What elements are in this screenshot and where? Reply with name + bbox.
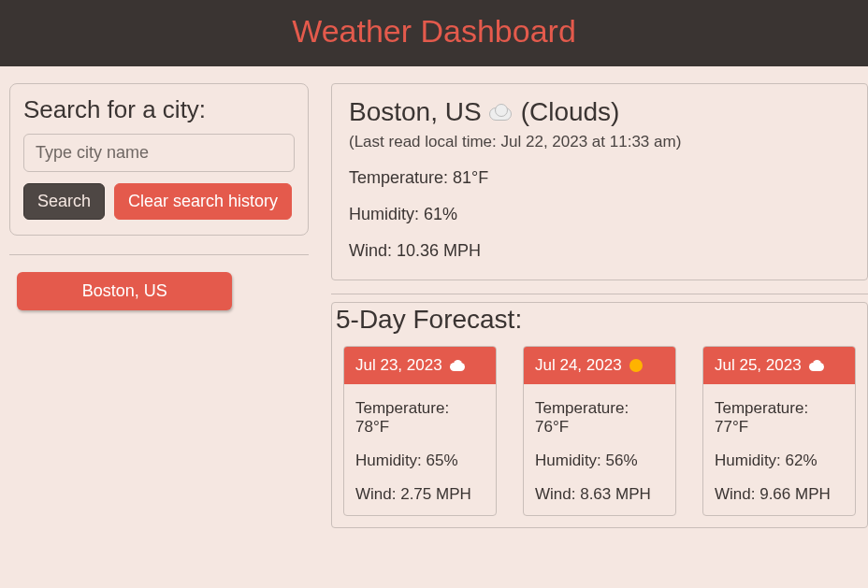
forecast-day-body: Temperature: 78°F Humidity: 65% Wind: 2.… — [344, 384, 496, 515]
forecast-row: Jul 23, 2023 Temperature: 78°F Humidity:… — [332, 346, 867, 527]
forecast-day-body: Temperature: 77°F Humidity: 62% Wind: 9.… — [703, 384, 855, 515]
forecast-day-body: Temperature: 76°F Humidity: 56% Wind: 8.… — [524, 384, 675, 515]
forecast-day-card: Jul 24, 2023 Temperature: 76°F Humidity:… — [523, 346, 676, 516]
forecast-temperature: Temperature: 77°F — [715, 399, 844, 437]
search-button[interactable]: Search — [23, 183, 105, 220]
forecast-humidity: Humidity: 56% — [535, 452, 664, 470]
search-title: Search for a city: — [23, 95, 295, 124]
cloud-icon — [809, 360, 826, 371]
forecast-humidity: Humidity: 65% — [355, 452, 485, 470]
forecast-card: 5-Day Forecast: Jul 23, 2023 Temperature… — [331, 302, 868, 528]
cloud-icon — [489, 104, 514, 121]
current-wind: Wind: 10.36 MPH — [349, 241, 850, 261]
forecast-day-header: Jul 25, 2023 — [703, 347, 855, 384]
sun-icon — [629, 359, 643, 372]
search-card: Search for a city: Search Clear search h… — [9, 83, 309, 236]
forecast-day-header: Jul 24, 2023 — [524, 347, 675, 384]
forecast-wind: Wind: 2.75 MPH — [355, 485, 485, 504]
sidebar-divider — [9, 254, 309, 255]
search-buttons: Search Clear search history — [23, 183, 295, 220]
current-city-line: Boston, US (Clouds) — [349, 97, 850, 127]
main-divider — [331, 294, 868, 294]
last-read-time: (Last read local time: Jul 22, 2023 at 1… — [349, 133, 850, 151]
forecast-day-card: Jul 23, 2023 Temperature: 78°F Humidity:… — [343, 346, 497, 516]
main-content: Boston, US (Clouds) (Last read local tim… — [331, 83, 868, 541]
forecast-title: 5-Day Forecast: — [336, 305, 867, 335]
history-item[interactable]: Boston, US — [17, 272, 232, 310]
forecast-temperature: Temperature: 76°F — [535, 399, 664, 437]
app-header: Weather Dashboard — [0, 0, 868, 66]
forecast-wind: Wind: 8.63 MPH — [535, 485, 664, 504]
city-search-input[interactable] — [23, 134, 295, 172]
cloud-icon — [450, 360, 467, 371]
clear-history-button[interactable]: Clear search history — [114, 183, 292, 220]
forecast-date: Jul 24, 2023 — [535, 356, 622, 375]
forecast-day-card: Jul 25, 2023 Temperature: 77°F Humidity:… — [702, 346, 856, 516]
sidebar: Search for a city: Search Clear search h… — [9, 83, 309, 541]
app-title: Weather Dashboard — [292, 13, 576, 49]
page-body: Search for a city: Search Clear search h… — [0, 66, 868, 541]
forecast-humidity: Humidity: 62% — [715, 452, 844, 470]
forecast-date: Jul 23, 2023 — [355, 356, 442, 375]
current-temperature: Temperature: 81°F — [349, 168, 850, 188]
forecast-date: Jul 25, 2023 — [715, 356, 802, 375]
current-humidity: Humidity: 61% — [349, 205, 850, 224]
forecast-temperature: Temperature: 78°F — [355, 399, 485, 437]
current-weather-card: Boston, US (Clouds) (Last read local tim… — [331, 83, 868, 280]
current-condition: (Clouds) — [521, 97, 620, 127]
forecast-day-header: Jul 23, 2023 — [344, 347, 496, 384]
current-city: Boston, US — [349, 97, 482, 127]
forecast-wind: Wind: 9.66 MPH — [715, 485, 844, 504]
